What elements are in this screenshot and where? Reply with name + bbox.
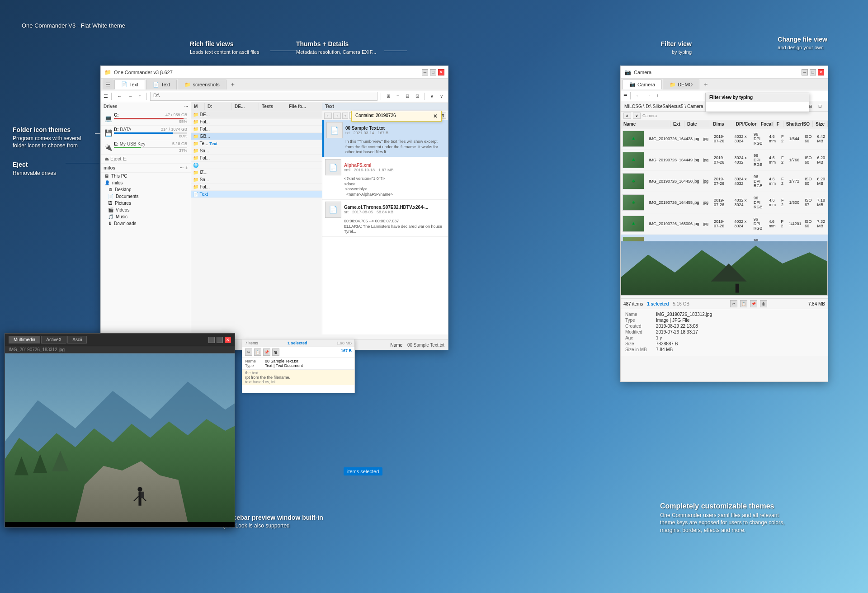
thumb-1: 🌲 bbox=[623, 131, 644, 147]
camera-maximize[interactable]: □ bbox=[810, 69, 816, 75]
tab-add-button[interactable]: + bbox=[227, 81, 238, 88]
drive-d[interactable]: 💾 D: DATA 214 / 1074 GB 80% bbox=[101, 126, 191, 140]
camera-close[interactable]: ✕ bbox=[818, 69, 824, 75]
cam-nav-next[interactable]: ∨ bbox=[633, 113, 641, 119]
nav-videos[interactable]: 🎬 Videos bbox=[101, 207, 191, 213]
cam-up[interactable]: ↑ bbox=[654, 92, 661, 99]
cam-cut-icon[interactable]: ✂ bbox=[730, 300, 737, 307]
file-icon-txt: 📄 bbox=[326, 122, 343, 138]
view-button-3[interactable]: ⊟ bbox=[403, 93, 411, 99]
text-info-type: Text | Text Document bbox=[265, 363, 303, 368]
nav-documents[interactable]: 📄 Documents bbox=[101, 193, 191, 200]
eject-button[interactable]: ⏏ Eject E: bbox=[101, 155, 191, 164]
camera-menu: ☰ bbox=[623, 93, 627, 98]
text-panel-selected: 1 selected bbox=[288, 341, 307, 345]
drive-c[interactable]: 💻 C: 47 / 959 GB 95% bbox=[101, 111, 191, 126]
text-pane-up[interactable]: ↑ bbox=[342, 113, 348, 119]
thumb-4: 🌲 bbox=[623, 194, 644, 211]
nav-desktop[interactable]: 🖥 Desktop bbox=[101, 186, 191, 193]
info-modified: 2019-07-26 18:33:17 bbox=[656, 329, 698, 334]
text-panel-paste[interactable]: 📌 bbox=[263, 348, 270, 356]
file-row-got[interactable]: 📄 Game.of.Thrones.S07E02.HDTV.x264-... s… bbox=[322, 200, 448, 237]
nav-downloads[interactable]: ⬇ Downloads bbox=[101, 220, 191, 227]
annotation-line-eject bbox=[66, 163, 99, 163]
text-panel-cut[interactable]: ✂ bbox=[245, 348, 252, 356]
contains-close[interactable]: ✕ bbox=[433, 113, 438, 119]
maximize-button[interactable]: □ bbox=[430, 69, 436, 75]
camera-total-size: 5.16 GB bbox=[673, 301, 689, 306]
tab-text-2[interactable]: 📄 Text bbox=[146, 80, 177, 89]
up-button[interactable]: ↑ bbox=[137, 93, 143, 99]
cam-copy-icon[interactable]: 📋 bbox=[740, 300, 747, 307]
drive-e[interactable]: 🔌 E: My USB Key 5 / 8 GB 37% bbox=[101, 140, 191, 155]
camera-window: 📷 Camera ─ □ ✕ 📷 Camera 📁 DEMO + ☰ ← → ↑… bbox=[620, 66, 828, 382]
nav-thispc[interactable]: 🖥 This PC bbox=[101, 173, 191, 179]
camera-preview-image bbox=[621, 241, 828, 296]
camera-tab-add[interactable]: + bbox=[700, 81, 711, 88]
cam-delete-icon[interactable]: 🗑 bbox=[760, 300, 767, 307]
text-info-name: 00 Sample Text.txt bbox=[265, 359, 298, 363]
file-icon-xml: 📄 bbox=[325, 159, 341, 175]
img-tab-ascii[interactable]: Ascii bbox=[67, 336, 87, 344]
img-maximize[interactable]: □ bbox=[217, 337, 223, 343]
img-minimize[interactable]: ─ bbox=[208, 337, 215, 343]
cam-nav-prev[interactable]: ∧ bbox=[623, 113, 631, 119]
prev-page-button[interactable]: ∧ bbox=[428, 93, 436, 99]
tab-text-1[interactable]: 📄 Text bbox=[114, 80, 145, 89]
view-button-1[interactable]: ⊞ bbox=[384, 93, 392, 99]
camera-nav-bar: ∧ ∨ Camera bbox=[621, 112, 828, 120]
svg-rect-15 bbox=[141, 492, 144, 499]
img-close[interactable]: ✕ bbox=[225, 337, 231, 343]
cam-file-row-2[interactable]: 🌲 IMG_20190726_164449.jpg jpg 2019-07-26… bbox=[621, 150, 828, 171]
text-panel-delete[interactable]: 🗑 bbox=[272, 348, 279, 356]
back-button[interactable]: ← bbox=[115, 93, 124, 99]
info-size-mb: 7.84 MB bbox=[656, 347, 673, 352]
tab-camera[interactable]: 📷 Camera bbox=[623, 80, 662, 89]
cam-paste-icon[interactable]: 📌 bbox=[750, 300, 757, 307]
tab-demo[interactable]: 📁 DEMO bbox=[663, 80, 699, 89]
thumb-3: 🌲 bbox=[623, 173, 644, 189]
file-list-header: M D: DE... Tests File fo... Text bbox=[191, 102, 448, 111]
nav-add-button[interactable]: + bbox=[185, 165, 188, 170]
items-selected-badge: items selected bbox=[344, 467, 382, 475]
nav-more-button[interactable]: ··· bbox=[180, 165, 184, 170]
cam-file-row-3[interactable]: 🌲 IMG_20190726_164450.jpg jpg 2019-07-26… bbox=[621, 171, 828, 192]
cam-back[interactable]: ← bbox=[633, 92, 642, 99]
text-pane-fwd[interactable]: → bbox=[333, 113, 341, 119]
nav-music[interactable]: 🎵 Music bbox=[101, 213, 191, 220]
text-pane-back[interactable]: ← bbox=[324, 113, 332, 119]
camera-titlebar: 📷 Camera ─ □ ✕ bbox=[621, 66, 828, 79]
annotation-eject: Eject Removable drives bbox=[13, 160, 56, 177]
cam-file-row-1[interactable]: 🌲 IMG_20190726_164428.jpg jpg 2019-07-26… bbox=[621, 128, 828, 150]
annotation-filter: Filter view by typing bbox=[661, 40, 692, 56]
toolbar-separator-3 bbox=[381, 93, 381, 100]
info-created: 2019-08-29 22:13:08 bbox=[656, 324, 698, 329]
next-page-button[interactable]: ∨ bbox=[438, 93, 445, 99]
filter-input[interactable] bbox=[706, 102, 809, 112]
view-button-4[interactable]: ⊡ bbox=[413, 93, 421, 99]
cam-view-4[interactable]: ⊡ bbox=[816, 103, 824, 109]
cam-file-row-6[interactable]: 🏔 IMG_20190726_183312.jpg jpg 2019-07-26… bbox=[621, 235, 828, 241]
cam-file-row-5[interactable]: 🌲 IMG_20190726_165006.jpg jpg 2019-07-26… bbox=[621, 213, 828, 235]
view-button-2[interactable]: ≡ bbox=[394, 93, 401, 99]
nav-pictures[interactable]: 🖼 Pictures bbox=[101, 200, 191, 207]
file-row-alphafs[interactable]: 📄 AlphaFS.xml xml2016-10-181.87 MB <?xml… bbox=[322, 157, 448, 200]
camera-minimize[interactable]: ─ bbox=[802, 69, 808, 75]
cam-file-row-4[interactable]: 🌲 IMG_20190726_164455.jpg jpg 2019-07-26… bbox=[621, 192, 828, 213]
close-button[interactable]: ✕ bbox=[438, 69, 444, 75]
forward-button[interactable]: → bbox=[126, 93, 135, 99]
tab-screenshots[interactable]: 📁 screenshots bbox=[178, 80, 226, 89]
nav-section: milos ··· + bbox=[101, 164, 191, 173]
camera-selected-badge: 1 selected bbox=[647, 301, 669, 306]
img-tab-activex[interactable]: ActiveX bbox=[41, 336, 66, 344]
drives-menu-button[interactable]: ··· bbox=[184, 104, 188, 109]
cam-fwd[interactable]: → bbox=[644, 92, 653, 99]
toolbar-separator-2 bbox=[146, 93, 147, 100]
nav-milos[interactable]: 👤 milos bbox=[101, 179, 191, 186]
file-row-sample-txt[interactable]: 📄 00 Sample Text.txt txt2021-03-14167 B … bbox=[322, 120, 448, 157]
minimize-button[interactable]: ─ bbox=[422, 69, 428, 75]
img-tab-multimedia[interactable]: Multimedia bbox=[9, 336, 40, 344]
main-window-title: One Commander v3 β.627 bbox=[114, 70, 173, 75]
text-panel-copy[interactable]: 📋 bbox=[254, 348, 261, 356]
path-input[interactable]: D:\ bbox=[150, 92, 377, 101]
